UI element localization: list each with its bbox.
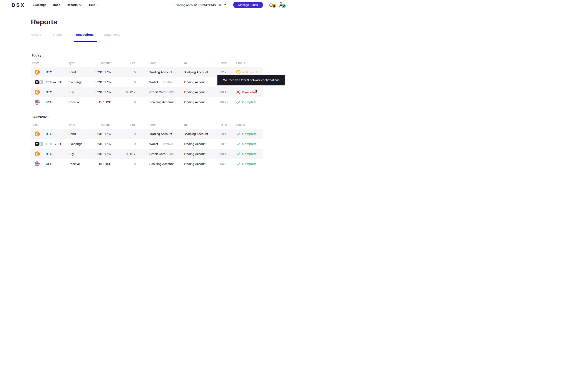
svg-text:Ł: Ł — [40, 80, 42, 84]
svg-text:Ł: Ł — [40, 142, 42, 146]
